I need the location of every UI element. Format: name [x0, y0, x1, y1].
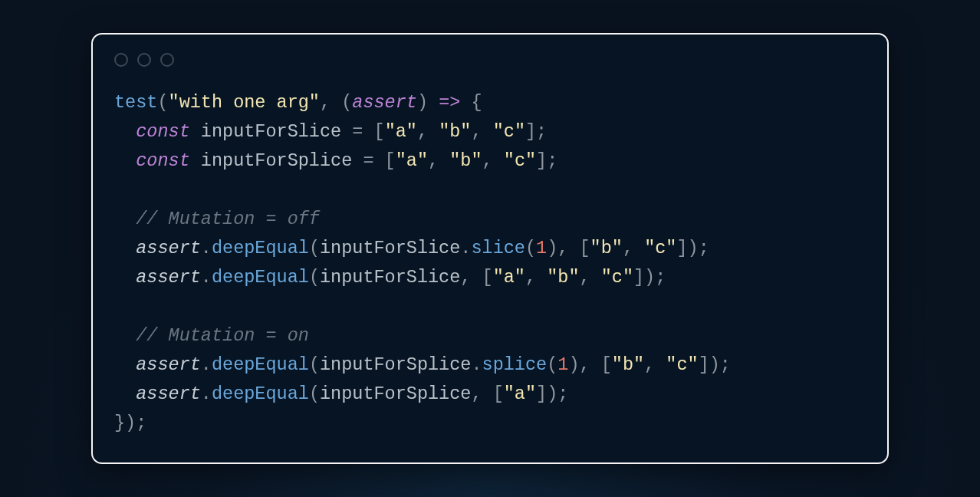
code-token: . — [201, 238, 212, 258]
code-token: , — [428, 150, 449, 171]
code-token: inputForSlice — [201, 121, 341, 142]
code-token: 1 — [557, 354, 568, 375]
code-token — [114, 209, 136, 229]
code-token — [341, 121, 352, 142]
code-token: "with one arg" — [169, 92, 320, 113]
code-token: , — [482, 150, 504, 171]
code-token: "c" — [666, 354, 698, 375]
code-token: 1 — [536, 238, 547, 258]
code-token: ( — [309, 354, 320, 375]
code-token: splice — [482, 354, 548, 375]
code-token: . — [201, 383, 212, 404]
code-token: "c" — [644, 238, 676, 258]
code-token: "b" — [590, 238, 623, 258]
code-token: . — [201, 354, 212, 375]
code-token: assert — [136, 238, 201, 258]
code-token: ( — [341, 92, 352, 113]
window-control-minimize[interactable] — [137, 53, 151, 67]
code-token — [190, 121, 201, 142]
code-token: const — [136, 121, 190, 142]
code-token — [114, 354, 136, 375]
code-token: inputForSplice — [320, 383, 471, 404]
code-token: inputForSlice — [320, 238, 460, 258]
code-token: deepEqual — [212, 267, 309, 288]
code-token — [114, 238, 136, 258]
code-token: "a" — [396, 150, 428, 171]
code-token: "c" — [493, 121, 525, 142]
code-token — [114, 267, 136, 288]
code-window: test("with one arg", (assert) => { const… — [91, 33, 889, 465]
code-token: inputForSlice — [320, 267, 460, 288]
code-token: , — [525, 267, 547, 288]
code-token: "b" — [439, 121, 471, 142]
code-token — [114, 121, 136, 142]
code-token — [374, 150, 385, 171]
code-token: // Mutation = on — [136, 325, 309, 346]
code-token: = — [352, 121, 363, 142]
code-token: , [ — [471, 383, 503, 404]
code-token: assert — [136, 267, 201, 288]
code-token: "c" — [504, 150, 536, 171]
code-token: ]; — [525, 121, 547, 142]
code-token: ]); — [536, 383, 568, 404]
code-token: deepEqual — [212, 383, 309, 404]
code-token: ) — [417, 92, 428, 113]
code-token — [428, 92, 439, 113]
code-token: ]); — [699, 354, 731, 375]
code-token: [ — [374, 121, 385, 142]
code-token: , [ — [460, 267, 492, 288]
code-token: }); — [114, 413, 146, 433]
code-token: ]; — [536, 150, 557, 171]
code-token: const — [136, 150, 190, 171]
code-token: => — [439, 92, 460, 113]
code-token — [190, 150, 201, 171]
window-titlebar — [114, 53, 866, 67]
code-token: ( — [157, 92, 168, 113]
code-token — [114, 150, 136, 171]
code-block: test("with one arg", (assert) => { const… — [114, 88, 866, 439]
code-token: . — [201, 267, 212, 288]
code-token: , — [644, 354, 666, 375]
code-token: , — [623, 238, 644, 258]
code-token: . — [471, 354, 482, 375]
code-token: deepEqual — [212, 238, 309, 258]
code-token: . — [460, 238, 471, 258]
code-token: ), [ — [547, 238, 590, 258]
code-token: ( — [309, 267, 320, 288]
code-token: slice — [471, 238, 525, 258]
code-token: "b" — [449, 150, 482, 171]
code-token: deepEqual — [212, 354, 309, 375]
code-token: assert — [136, 354, 201, 375]
code-token: , — [417, 121, 439, 142]
code-token: inputForSplice — [320, 354, 471, 375]
window-control-close[interactable] — [114, 53, 128, 67]
code-token: ]); — [633, 267, 666, 288]
code-token: "a" — [504, 383, 536, 404]
code-token: , — [471, 121, 492, 142]
code-token — [363, 121, 373, 142]
code-token: assert — [352, 92, 417, 113]
code-token: { — [471, 92, 482, 113]
code-token: ( — [525, 238, 536, 258]
code-token: = — [363, 150, 373, 171]
code-token: assert — [136, 383, 201, 404]
code-token: , — [320, 92, 341, 113]
code-token — [460, 92, 471, 113]
code-token: ), [ — [568, 354, 611, 375]
code-token: "c" — [601, 267, 633, 288]
code-token — [114, 383, 136, 404]
code-token: "b" — [547, 267, 579, 288]
code-token: "b" — [612, 354, 644, 375]
code-token: inputForSplice — [201, 150, 352, 171]
code-token: ]); — [676, 238, 709, 258]
code-token: ( — [547, 354, 557, 375]
code-token: test — [114, 92, 157, 113]
code-token: "a" — [493, 267, 525, 288]
window-control-zoom[interactable] — [160, 53, 174, 67]
code-token: // Mutation = off — [136, 209, 320, 229]
code-token — [352, 150, 363, 171]
code-token: ( — [309, 238, 320, 258]
code-token: [ — [385, 150, 396, 171]
code-token: ( — [309, 383, 320, 404]
code-token: , — [579, 267, 600, 288]
